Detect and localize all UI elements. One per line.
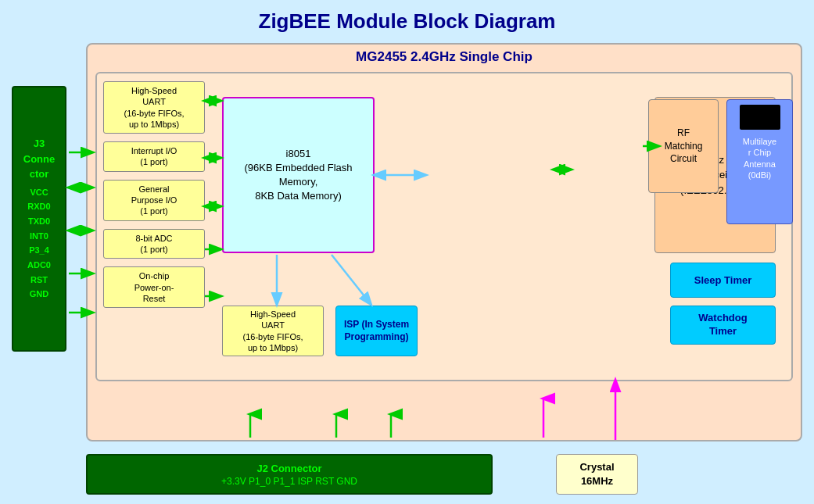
page-background: ZigBEE Module Block Diagram MG2455 2.4GH… — [0, 0, 814, 504]
isp-block: ISP (In SystemProgramming) — [335, 306, 418, 356]
adc-block: 8-bit ADC(1 port) — [103, 229, 205, 259]
j2-connector: J2 Connector +3.3V P1_0 P1_1 ISP RST GND — [86, 454, 493, 495]
general-io-block: GeneralPurpose I/O(1 port) — [103, 180, 205, 221]
power-reset-block: On-chipPower-on-Reset — [103, 266, 205, 308]
sleep-timer-block: Sleep Timer — [670, 263, 776, 298]
uart-top-block: High-SpeedUART(16-byte FIFOs,up to 1Mbps… — [103, 81, 205, 134]
outer-chip-container: MG2455 2.4GHz Single Chip High-SpeedUART… — [86, 43, 802, 441]
rf-matching-block: RFMatchingCircuit — [648, 99, 719, 193]
watchdog-timer-block: WatchdogTimer — [670, 306, 776, 345]
interrupt-io-block: Interrupt I/O(1 port) — [103, 141, 205, 172]
crystal-block: Crystal16MHz — [556, 454, 638, 495]
page-title: ZigBEE Module Block Diagram — [0, 0, 814, 38]
uart-bottom-block: High-SpeedUART(16-byte FIFOs,up to 1Mbps… — [222, 306, 324, 356]
antenna-black-rect — [740, 105, 780, 130]
j3-pins: VCCRXD0TXD0INT0P3_4ADC0RSTGND — [27, 185, 51, 302]
j2-label: J2 Connector — [256, 463, 321, 474]
i8051-block: i8051(96KB Embedded FlashMemory,8KB Data… — [222, 97, 375, 253]
left-blocks-container: High-SpeedUART(16-byte FIFOs,up to 1Mbps… — [103, 81, 205, 316]
j2-pins: +3.3V P1_0 P1_1 ISP RST GND — [221, 476, 357, 487]
j3-label: J3Connector — [23, 136, 55, 182]
chip-title: MG2455 2.4GHz Single Chip — [88, 45, 801, 68]
j3-connector: J3Connector VCCRXD0TXD0INT0P3_4ADC0RSTGN… — [12, 86, 66, 352]
antenna-block: Multilayer ChipAntenna(0dBi) — [726, 99, 793, 224]
svg-line-7 — [332, 255, 371, 304]
